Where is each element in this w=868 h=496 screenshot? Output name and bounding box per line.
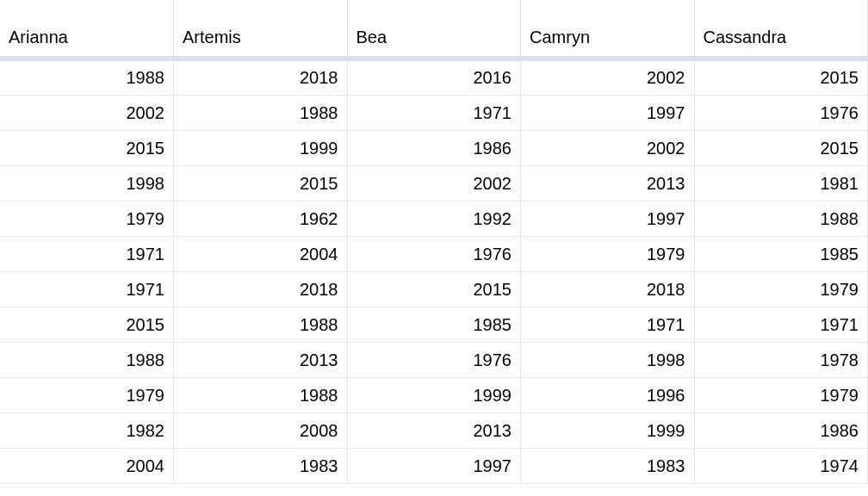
data-cell[interactable]: 1988 bbox=[0, 343, 174, 378]
column-header[interactable]: Camryn bbox=[521, 0, 695, 59]
data-cell[interactable]: 1982 bbox=[0, 413, 174, 449]
data-cell[interactable]: 1979 bbox=[694, 272, 868, 307]
data-cell[interactable]: 1992 bbox=[347, 202, 521, 237]
column-header[interactable]: Artemis bbox=[174, 0, 348, 59]
data-cell[interactable]: 2018 bbox=[174, 59, 348, 96]
table-row: 1979 1988 1999 1996 1979 bbox=[0, 378, 868, 413]
data-cell[interactable]: 2018 bbox=[174, 272, 348, 307]
table-row: 2002 1988 1971 1997 1976 bbox=[0, 96, 868, 131]
table-row: 1982 2008 2013 1999 1986 bbox=[0, 413, 868, 449]
data-cell[interactable]: 2015 bbox=[694, 59, 868, 96]
data-cell[interactable]: 2018 bbox=[521, 272, 695, 307]
data-cell[interactable]: 1986 bbox=[694, 413, 868, 449]
data-cell[interactable]: 2015 bbox=[0, 131, 174, 166]
data-cell[interactable]: 1976 bbox=[694, 96, 868, 131]
data-cell[interactable]: 1997 bbox=[347, 449, 521, 484]
data-cell[interactable]: 1976 bbox=[347, 343, 521, 378]
data-cell[interactable]: 1971 bbox=[694, 307, 868, 343]
data-cell[interactable]: 2013 bbox=[521, 166, 695, 202]
data-cell[interactable]: 1983 bbox=[174, 449, 348, 484]
data-cell[interactable]: 1974 bbox=[694, 449, 868, 484]
data-cell[interactable]: 1988 bbox=[174, 96, 348, 131]
table-row: 2015 1999 1986 2002 2015 bbox=[0, 131, 868, 166]
data-cell[interactable]: 1979 bbox=[0, 378, 174, 413]
data-cell[interactable]: 2015 bbox=[694, 131, 868, 166]
data-cell[interactable]: 1979 bbox=[0, 202, 174, 237]
data-cell[interactable]: 2013 bbox=[347, 413, 521, 449]
column-header[interactable]: Arianna bbox=[0, 0, 174, 59]
data-cell[interactable]: 1999 bbox=[521, 413, 695, 449]
column-header[interactable]: Bea bbox=[347, 0, 521, 59]
table-row: 1979 1962 1992 1997 1988 bbox=[0, 202, 868, 237]
data-cell[interactable]: 1996 bbox=[521, 378, 695, 413]
data-cell[interactable]: 1962 bbox=[174, 202, 348, 237]
header-row: Arianna Artemis Bea Camryn Cassandra bbox=[0, 0, 868, 59]
table-row: 1971 2018 2015 2018 1979 bbox=[0, 272, 868, 307]
data-cell[interactable]: 1971 bbox=[521, 307, 695, 343]
table-row: 1971 2004 1976 1979 1985 bbox=[0, 237, 868, 272]
data-cell[interactable]: 2002 bbox=[0, 96, 174, 131]
data-cell[interactable]: 2015 bbox=[0, 307, 174, 343]
data-cell[interactable]: 1971 bbox=[347, 96, 521, 131]
data-cell[interactable]: 1997 bbox=[521, 202, 695, 237]
column-header[interactable]: Cassandra bbox=[694, 0, 868, 59]
data-cell[interactable]: 1976 bbox=[347, 237, 521, 272]
data-cell[interactable]: 2008 bbox=[174, 413, 348, 449]
data-cell[interactable]: 2015 bbox=[347, 272, 521, 307]
data-cell[interactable]: 1999 bbox=[174, 131, 348, 166]
data-cell[interactable]: 1985 bbox=[694, 237, 868, 272]
data-cell[interactable]: 1986 bbox=[347, 131, 521, 166]
data-cell[interactable]: 1998 bbox=[521, 343, 695, 378]
data-cell[interactable]: 2016 bbox=[347, 59, 521, 96]
table-row: 2004 1983 1997 1983 1974 bbox=[0, 449, 868, 484]
data-cell[interactable]: 2002 bbox=[347, 166, 521, 202]
data-cell[interactable]: 1999 bbox=[347, 378, 521, 413]
data-cell[interactable]: 2004 bbox=[0, 449, 174, 484]
data-cell[interactable]: 1983 bbox=[521, 449, 695, 484]
table-row: 1988 2018 2016 2002 2015 bbox=[0, 59, 868, 96]
spreadsheet-table: Arianna Artemis Bea Camryn Cassandra 198… bbox=[0, 0, 868, 484]
table-row: 1988 2013 1976 1998 1978 bbox=[0, 343, 868, 378]
table-row: 1998 2015 2002 2013 1981 bbox=[0, 166, 868, 202]
data-cell[interactable]: 1988 bbox=[694, 202, 868, 237]
data-cell[interactable]: 1979 bbox=[694, 378, 868, 413]
data-cell[interactable]: 1985 bbox=[347, 307, 521, 343]
data-cell[interactable]: 1988 bbox=[174, 378, 348, 413]
data-cell[interactable]: 1978 bbox=[694, 343, 868, 378]
data-cell[interactable]: 2013 bbox=[174, 343, 348, 378]
data-cell[interactable]: 2002 bbox=[521, 131, 695, 166]
data-cell[interactable]: 2002 bbox=[521, 59, 695, 96]
data-cell[interactable]: 1997 bbox=[521, 96, 695, 131]
data-cell[interactable]: 1998 bbox=[0, 166, 174, 202]
data-cell[interactable]: 1971 bbox=[0, 237, 174, 272]
data-cell[interactable]: 1971 bbox=[0, 272, 174, 307]
data-cell[interactable]: 1988 bbox=[174, 307, 348, 343]
data-cell[interactable]: 1981 bbox=[694, 166, 868, 202]
data-cell[interactable]: 1979 bbox=[521, 237, 695, 272]
data-cell[interactable]: 2015 bbox=[174, 166, 348, 202]
table-row: 2015 1988 1985 1971 1971 bbox=[0, 307, 868, 343]
data-cell[interactable]: 1988 bbox=[0, 59, 174, 96]
data-cell[interactable]: 2004 bbox=[174, 237, 348, 272]
